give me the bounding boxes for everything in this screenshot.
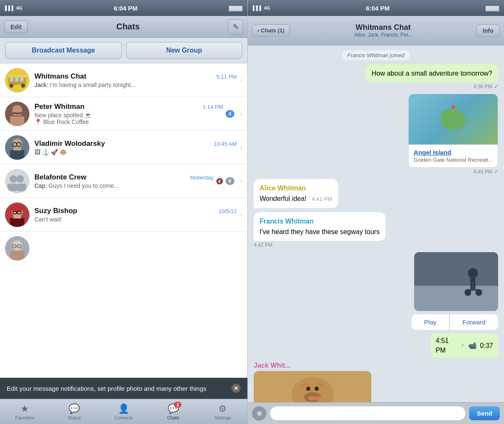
preview-text-belafonte: Guys I need you to come... — [48, 182, 118, 189]
tab-contacts[interactable]: 👤 Contacts — [99, 399, 149, 424]
svg-point-22 — [16, 175, 24, 183]
chat-time-vladimir: 10:45 AM — [214, 141, 237, 147]
chat-item-peter[interactable]: Peter Whitman 1:14 PM New place spotted … — [0, 97, 247, 131]
chat-item-belafonte[interactable]: Belafonte Crew Yesterday Cap: Guys I nee… — [0, 164, 247, 198]
preview-text-peter: New place spotted ☕ — [34, 112, 92, 119]
tooltip-close-button[interactable]: ✕ — [231, 384, 241, 393]
badge-row-belafonte: 🔇 6 › — [216, 177, 242, 185]
svg-rect-31 — [18, 211, 21, 214]
sender-francis: Francis Whitman — [260, 216, 380, 226]
chat-preview-peter: New place spotted ☕ 📍 Blue Rock Coffee — [34, 112, 223, 125]
attach-button[interactable]: ⊕ — [252, 406, 266, 421]
image-card[interactable]: Download image 9 KB — [254, 371, 371, 402]
preview-sender-belafonte: Cap: — [34, 182, 47, 189]
svg-rect-46 — [472, 282, 474, 290]
svg-point-53 — [315, 387, 319, 391]
right-panel: ▌▌▌ 4G 6:04 PM ▓▓▓▓ ‹ Chats (1) Whitmans… — [248, 0, 504, 424]
media-actions: Play Forward — [412, 314, 498, 330]
preview-sender-whitmans: Jack: — [34, 82, 48, 88]
check-location: ✓ — [494, 169, 498, 175]
input-bar: ⊕ Send — [248, 402, 504, 424]
signal-left: ▌▌▌ 4G — [5, 5, 22, 11]
chat-nav-subtitle: Alice, Jack, Francis, Pet... — [293, 32, 473, 38]
chat-info-vladimir: Vladimir Wolodarsky 10:45 AM 🖼 ⚓ 🚀 🐵 — [34, 140, 237, 155]
edit-button[interactable]: Edit — [4, 21, 28, 33]
chat-preview-vladimir: 🖼 ⚓ 🚀 🐵 — [34, 149, 237, 155]
avatar-suzy-icon — [5, 203, 29, 227]
avatar-peter — [5, 102, 29, 126]
jack-message-container: Jack Whit... — [254, 362, 371, 402]
video-card[interactable] — [414, 252, 498, 311]
tab-chats[interactable]: 💬 2 Chats — [148, 399, 198, 424]
chat-item-whitmans[interactable]: Whitmans Chat 5:11 PM Jack: I'm having a… — [0, 63, 247, 97]
broadcast-button[interactable]: Broadcast Message — [5, 42, 122, 59]
tab-label-settings: Settings — [214, 415, 231, 420]
preview-text-whitmans: I'm having a small party tonight... — [50, 82, 136, 88]
tab-settings[interactable]: ⚙ Settings — [198, 399, 247, 424]
location-card[interactable]: 📍 Angel Island Golden Gate National Recr… — [408, 94, 498, 168]
tab-label-status: Status — [68, 415, 81, 420]
play-button[interactable]: Play — [412, 314, 449, 330]
video-container: Play Forward 4:51 PM ✓ 📹 0:37 — [412, 252, 498, 358]
tab-label-contacts: Contacts — [115, 415, 133, 420]
send-button[interactable]: Send — [469, 406, 500, 420]
svg-rect-2 — [8, 75, 27, 77]
chat-nav-title: Whitmans Chat — [293, 23, 473, 32]
chat-item-alice-partial[interactable] — [0, 232, 247, 265]
time-location: 4:40 PM — [473, 169, 492, 175]
chat-item-suzy[interactable]: Suzy Bishop 10/5/12 Can't wait! › — [0, 198, 247, 232]
svg-point-56 — [314, 396, 321, 400]
tooltip-text: Edit your message notifications, set pro… — [7, 385, 206, 392]
tab-favorites[interactable]: ★ Favorites — [0, 399, 50, 424]
chat-time-whitmans: 5:11 PM — [216, 74, 236, 80]
message-video: Play Forward 4:51 PM ✓ 📹 0:37 — [254, 252, 498, 358]
chat-info-whitmans: Whitmans Chat 5:11 PM Jack: I'm having a… — [34, 72, 237, 88]
svg-point-29 — [10, 205, 24, 212]
chevron-peter: › — [240, 110, 242, 118]
time-right: 6:04 PM — [366, 5, 390, 12]
compose-button[interactable]: ✎ — [228, 19, 243, 34]
chevron-whitmans: › — [240, 76, 242, 84]
avatar-belafonte — [5, 169, 29, 193]
svg-rect-10 — [10, 116, 24, 126]
preview-emoji-vladimir: 🖼 ⚓ 🚀 🐵 — [34, 149, 67, 155]
tab-status[interactable]: 💬 Status — [50, 399, 99, 424]
chat-name-suzy: Suzy Bishop — [34, 207, 77, 215]
meta-francis: 4:42 PM — [254, 242, 273, 248]
new-group-button[interactable]: New Group — [126, 42, 243, 59]
svg-point-44 — [465, 289, 471, 296]
avatar-alice-icon — [5, 236, 29, 261]
forward-button[interactable]: Forward — [450, 314, 498, 330]
bubble-adventure: How about a small adventure tomorrow? — [366, 64, 498, 82]
chat-time-suzy: 10/5/12 — [218, 208, 236, 214]
svg-point-52 — [306, 387, 310, 391]
back-arrow-icon: ‹ — [257, 27, 259, 34]
video-icon: 📹 — [468, 341, 477, 350]
chat-preview-whitmans: Jack: I'm having a small party tonight..… — [34, 82, 237, 88]
chat-name-whitmans: Whitmans Chat — [34, 72, 87, 81]
message-jack: Jack Whit... — [254, 362, 498, 402]
sender-jack: Jack Whit... — [254, 362, 371, 369]
chat-item-vladimir[interactable]: Vladimir Wolodarsky 10:45 AM 🖼 ⚓ 🚀 🐵 › — [0, 131, 247, 164]
tab-bar: ★ Favorites 💬 Status 👤 Contacts 💬 2 Chat… — [0, 399, 247, 424]
action-bar: Broadcast Message New Group — [0, 38, 247, 63]
message-adventure: How about a small adventure tomorrow? 4:… — [254, 64, 498, 90]
time-francis: 4:42 PM — [254, 242, 273, 248]
chat-info-peter: Peter Whitman 1:14 PM New place spotted … — [34, 103, 223, 125]
sender-alice: Alice Whitman — [260, 183, 332, 193]
video-meta-bubble: 4:51 PM ✓ 📹 0:37 — [430, 333, 498, 358]
video-thumbnail-icon — [414, 252, 498, 311]
message-location: 📍 Angel Island Golden Gate National Recr… — [254, 94, 498, 175]
svg-rect-16 — [13, 147, 21, 150]
svg-rect-36 — [13, 245, 16, 248]
avatar-vladimir — [5, 135, 29, 160]
chat-nav-center: Whitmans Chat Alice, Jack, Francis, Pet.… — [293, 23, 473, 38]
svg-point-6 — [9, 84, 13, 88]
info-button[interactable]: Info — [476, 24, 500, 37]
preview-sub-peter: 📍 Blue Rock Coffee — [34, 119, 89, 125]
back-label: Chats (1) — [261, 27, 284, 34]
back-button[interactable]: ‹ Chats (1) — [252, 24, 290, 37]
message-input[interactable] — [270, 406, 466, 421]
status-icon: 💬 — [68, 403, 80, 414]
status-bar-right: ▌▌▌ 4G 6:04 PM ▓▓▓▓ — [248, 0, 504, 16]
